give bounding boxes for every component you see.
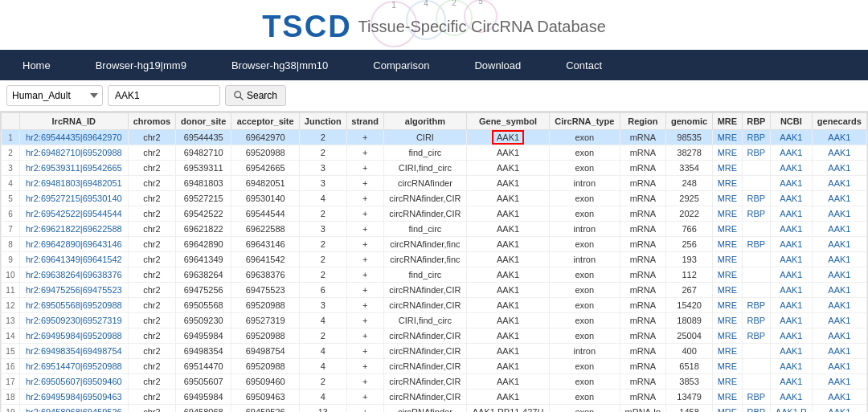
genecards-tag[interactable]: AAK1 bbox=[812, 390, 866, 405]
ncbi-tag[interactable]: AAK1 bbox=[771, 206, 813, 222]
lrcrna-id[interactable]: hr2:69509230|69527319 bbox=[19, 313, 128, 328]
nav-browser-hg38[interactable]: Browser-hg38|mm10 bbox=[209, 50, 350, 80]
mre-tag[interactable]: MRE bbox=[713, 405, 743, 413]
genecards-tag[interactable]: AAK1 bbox=[812, 206, 866, 222]
mre-tag[interactable]: MRE bbox=[713, 252, 743, 267]
mre-tag[interactable]: MRE bbox=[713, 313, 743, 328]
rbp-tag[interactable]: RBP bbox=[742, 313, 770, 328]
nav-home[interactable]: Home bbox=[0, 50, 73, 80]
mre-tag[interactable]: MRE bbox=[713, 390, 743, 405]
genecards-tag[interactable]: AAK1 bbox=[812, 328, 866, 344]
rbp-tag[interactable]: RBP bbox=[742, 130, 770, 145]
lrcrna-id[interactable]: hr2:69481803|69482051 bbox=[19, 176, 128, 191]
ncbi-tag[interactable]: AAK1 bbox=[771, 298, 813, 313]
genecards-tag[interactable]: AAK1 bbox=[812, 344, 866, 359]
genecards-tag[interactable]: AAK1 bbox=[812, 267, 866, 283]
ncbi-tag[interactable]: AAK1 bbox=[771, 283, 813, 298]
nav-browser-hg19[interactable]: Browser-hg19|mm9 bbox=[73, 50, 209, 80]
ncbi-tag[interactable]: AAK1 bbox=[771, 252, 813, 267]
genecards-tag[interactable]: AAK1 bbox=[812, 252, 866, 267]
ncbi-tag[interactable]: AAK1 bbox=[771, 191, 813, 206]
lrcrna-id[interactable]: hr2:69498354|69498754 bbox=[19, 344, 128, 359]
nav-comparison[interactable]: Comparison bbox=[350, 50, 452, 80]
genecards-tag[interactable]: AAK1 bbox=[812, 191, 866, 206]
lrcrna-id[interactable]: hr2:69638264|69638376 bbox=[19, 267, 128, 283]
lrcrna-id[interactable]: hr2:69539311|69542665 bbox=[19, 161, 128, 176]
lrcrna-id[interactable]: hr2:69475256|69475523 bbox=[19, 283, 128, 298]
ncbi-tag[interactable]: AAK1,R bbox=[771, 405, 813, 413]
mre-tag[interactable]: MRE bbox=[713, 176, 743, 191]
mre-tag[interactable]: MRE bbox=[713, 298, 743, 313]
nav-download[interactable]: Download bbox=[452, 50, 543, 80]
rbp-tag[interactable]: RBP bbox=[742, 191, 770, 206]
lrcrna-id[interactable]: hr2:69641349|69641542 bbox=[19, 252, 128, 267]
ncbi-tag[interactable]: AAK1 bbox=[771, 222, 813, 237]
genecards-tag[interactable]: AAK1 bbox=[812, 313, 866, 328]
genecards-tag[interactable]: AAK1 bbox=[812, 374, 866, 390]
rbp-tag[interactable] bbox=[742, 176, 770, 191]
rbp-tag[interactable]: RBP bbox=[742, 390, 770, 405]
mre-tag[interactable]: MRE bbox=[713, 374, 743, 390]
lrcrna-id[interactable]: hr2:69505607|69509460 bbox=[19, 374, 128, 390]
ncbi-tag[interactable]: AAK1 bbox=[771, 374, 813, 390]
genecards-tag[interactable]: AAK1 bbox=[812, 298, 866, 313]
lrcrna-id[interactable]: hr2:69544435|69642970 bbox=[19, 130, 128, 145]
genecards-tag[interactable]: AAK1 bbox=[812, 237, 866, 252]
genecards-tag[interactable]: AAK1 bbox=[812, 130, 866, 145]
mre-tag[interactable]: MRE bbox=[713, 145, 743, 161]
genecards-tag[interactable]: AAK1 bbox=[812, 283, 866, 298]
rbp-tag[interactable]: RBP bbox=[742, 405, 770, 413]
ncbi-tag[interactable]: AAK1 bbox=[771, 344, 813, 359]
rbp-tag[interactable] bbox=[742, 161, 770, 176]
mre-tag[interactable]: MRE bbox=[713, 237, 743, 252]
ncbi-tag[interactable]: AAK1 bbox=[771, 237, 813, 252]
rbp-tag[interactable] bbox=[742, 283, 770, 298]
ncbi-tag[interactable]: AAK1 bbox=[771, 390, 813, 405]
ncbi-tag[interactable]: AAK1 bbox=[771, 313, 813, 328]
lrcrna-id[interactable]: hr2:69495984|69509463 bbox=[19, 390, 128, 405]
genecards-tag[interactable]: AAK1 bbox=[812, 222, 866, 237]
rbp-tag[interactable]: RBP bbox=[742, 328, 770, 344]
ncbi-tag[interactable]: AAK1 bbox=[771, 328, 813, 344]
ncbi-tag[interactable]: AAK1 bbox=[771, 161, 813, 176]
nav-contact[interactable]: Contact bbox=[543, 50, 624, 80]
rbp-tag[interactable]: RBP bbox=[742, 298, 770, 313]
lrcrna-id[interactable]: hr2:69642890|69643146 bbox=[19, 237, 128, 252]
genecards-tag[interactable]: AAK1 bbox=[812, 145, 866, 161]
mre-tag[interactable]: MRE bbox=[713, 222, 743, 237]
lrcrna-id[interactable]: hr2:69621822|69622588 bbox=[19, 222, 128, 237]
mre-tag[interactable]: MRE bbox=[713, 359, 743, 374]
mre-tag[interactable]: MRE bbox=[713, 206, 743, 222]
search-button[interactable]: Search bbox=[225, 85, 286, 106]
lrcrna-id[interactable]: hr2:69514470|69520988 bbox=[19, 359, 128, 374]
lrcrna-id[interactable]: hr2:69482710|69520988 bbox=[19, 145, 128, 161]
lrcrna-id[interactable]: hr2:69505568|69520988 bbox=[19, 298, 128, 313]
rbp-tag[interactable] bbox=[742, 359, 770, 374]
mre-tag[interactable]: MRE bbox=[713, 344, 743, 359]
rbp-tag[interactable]: RBP bbox=[742, 206, 770, 222]
mre-tag[interactable]: MRE bbox=[713, 328, 743, 344]
ncbi-tag[interactable]: AAK1 bbox=[771, 130, 813, 145]
ncbi-tag[interactable]: AAK1 bbox=[771, 267, 813, 283]
lrcrna-id[interactable]: hr2:69542522|69544544 bbox=[19, 206, 128, 222]
lrcrna-id[interactable]: hr2:69458068|69459526 bbox=[19, 405, 128, 413]
rbp-tag[interactable]: RBP bbox=[742, 145, 770, 161]
mre-tag[interactable]: MRE bbox=[713, 191, 743, 206]
rbp-tag[interactable] bbox=[742, 252, 770, 267]
genecards-tag[interactable]: AAK1 bbox=[812, 176, 866, 191]
rbp-tag[interactable] bbox=[742, 267, 770, 283]
genecards-tag[interactable]: AAK1 bbox=[812, 161, 866, 176]
rbp-tag[interactable] bbox=[742, 344, 770, 359]
genecards-tag[interactable]: AAK1 bbox=[812, 359, 866, 374]
mre-tag[interactable]: MRE bbox=[713, 161, 743, 176]
ncbi-tag[interactable]: AAK1 bbox=[771, 176, 813, 191]
rbp-tag[interactable] bbox=[742, 374, 770, 390]
ncbi-tag[interactable]: AAK1 bbox=[771, 359, 813, 374]
rbp-tag[interactable]: RBP bbox=[742, 237, 770, 252]
lrcrna-id[interactable]: hr2:69495984|69520988 bbox=[19, 328, 128, 344]
mre-tag[interactable]: MRE bbox=[713, 283, 743, 298]
ncbi-tag[interactable]: AAK1 bbox=[771, 145, 813, 161]
search-input[interactable] bbox=[108, 85, 220, 106]
genecards-tag[interactable]: AAK1 bbox=[812, 405, 866, 413]
lrcrna-id[interactable]: hr2:69527215|69530140 bbox=[19, 191, 128, 206]
